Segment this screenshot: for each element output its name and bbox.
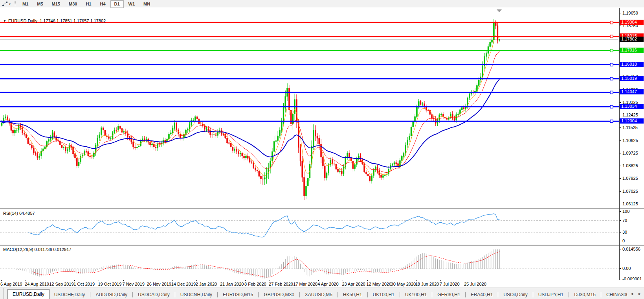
line-tool-button[interactable]: ▾ [0, 0, 12, 8]
tab-separator [175, 292, 175, 297]
tab-scroll-right-icon[interactable]: ► [638, 292, 642, 296]
toolbar-grip [15, 1, 16, 7]
tab-separator [498, 292, 498, 297]
date-axis-label: 21 Jan 2020 [221, 282, 245, 286]
tab-separator [367, 292, 368, 297]
timeframe-button-w1[interactable]: W1 [125, 0, 139, 8]
tab-separator [299, 292, 300, 297]
date-axis-label: 2 Jan 2020 [196, 282, 218, 286]
timeframe-button-h4[interactable]: H4 [96, 0, 109, 8]
tab-separator [338, 292, 338, 297]
timeframe-buttons: M1M5M15M30H1H4D1W1MN [18, 0, 154, 8]
date-axis-label: 14 Dec 2019 [172, 282, 196, 286]
tab-audusd-daily[interactable]: AUDUSD,Daily [91, 291, 132, 299]
tab-separator [601, 292, 601, 297]
hline-price-label: 1.16018 [620, 62, 644, 67]
date-axis-label: 25 Jul 2020 [465, 282, 487, 286]
hline-price-label: 1.17016 [620, 48, 644, 53]
date-axis-label: 19 Oct 2019 [99, 282, 122, 286]
tab-separator [90, 292, 90, 297]
date-axis-label: 8 Feb 2020 [245, 282, 267, 286]
timeframe-button-d1[interactable]: D1 [110, 0, 124, 8]
tab-uk100-h1[interactable]: UK100,H1 [368, 291, 399, 299]
date-axis-label: 4 Apr 2020 [318, 282, 339, 286]
date-axis-label: 24 Aug 2019 [26, 282, 50, 286]
chart-ohlc-values: 1.17746 1.17851 1.17657 1.17802 [40, 18, 106, 23]
hline-price-label: 1.12004 [620, 118, 644, 124]
tab-dj30-m15[interactable]: DJ30,M15 [569, 291, 600, 299]
chart-tabbar: EURUSD,DailyUSDCHF,DailyAUDUSD,DailyUSDC… [0, 288, 644, 299]
chart-tabs: EURUSD,DailyUSDCHF,DailyAUDUSD,DailyUSDC… [4, 288, 627, 299]
tab-ger30-h1[interactable]: GER30,H1 [433, 291, 465, 299]
tab-eurusd-daily[interactable]: EURUSD,Daily [7, 289, 50, 299]
current-price-label: 1.17802 [620, 37, 644, 42]
tab-usoil-daily[interactable]: USOil,Daily [499, 291, 532, 299]
tab-eurusd-m15[interactable]: EURUSD,M15 [218, 291, 258, 299]
timeframe-button-m5[interactable]: M5 [33, 0, 47, 8]
mt4-window: ▾ M1M5M15M30H1H4D1W1MN ▼EURUSD,Daily 1.1… [0, 0, 644, 299]
tab-separator [569, 292, 569, 297]
chart-ohlc-readout: ▼EURUSD,Daily 1.17746 1.17851 1.17657 1.… [3, 18, 106, 23]
tab-usdcad-daily[interactable]: USDCAD,Daily [133, 291, 174, 299]
timeframe-button-m1[interactable]: M1 [18, 0, 32, 8]
date-axis-label: 26 Nov 2019 [148, 282, 172, 286]
macd-panel-canvas[interactable] [0, 246, 644, 280]
date-axis-label: 12 May 2020 [367, 282, 393, 286]
tab-hk50-h1[interactable]: HK50,H1 [338, 291, 367, 299]
tab-gbpusd-m30[interactable]: GBPUSD,M30 [259, 291, 299, 299]
hline-price-label: 1.13034 [620, 104, 644, 109]
chart-symbol-period: EURUSD,Daily [8, 18, 37, 23]
tab-usdjpy-h1[interactable]: USDJPY,H1 [534, 291, 568, 299]
tab-separator [217, 292, 218, 297]
tab-usdchf-daily[interactable]: USDCHF,Daily [50, 291, 90, 299]
tab-separator [533, 292, 533, 297]
date-axis-label: 6 Aug 2019 [1, 282, 23, 286]
macd-label: MACD(12,26,9) 0.011736 0.012917 [3, 247, 71, 252]
date-axis-label: 1 Oct 2019 [74, 282, 95, 286]
date-axis-label: 18 Jun 2020 [416, 282, 440, 286]
timeframe-button-h1[interactable]: H1 [82, 0, 95, 8]
tab-uk100-h1[interactable]: UK100,H1 [400, 291, 431, 299]
tabbar-grip [0, 288, 4, 299]
hline-price-label: 1.15019 [620, 76, 644, 81]
chart-shift-marker-icon [497, 9, 502, 12]
main-chart-canvas[interactable] [0, 8, 644, 208]
date-axis-label: 30 May 2020 [392, 282, 417, 286]
tab-separator [132, 292, 133, 297]
timeframe-button-m15[interactable]: M15 [48, 0, 64, 8]
chevron-down-icon[interactable]: ▾ [9, 2, 11, 6]
date-axis: 6 Aug 201924 Aug 201912 Sep 20191 Oct 20… [0, 280, 644, 288]
chart-window: ▼EURUSD,Daily 1.17746 1.17851 1.17657 1.… [0, 8, 644, 288]
hline-price-label: 1.14047 [620, 89, 644, 94]
collapse-triangle-icon[interactable]: ▼ [3, 19, 6, 23]
timeframe-toolbar: ▾ M1M5M15M30H1H4D1W1MN [0, 0, 644, 8]
rsi-panel-canvas[interactable] [0, 210, 644, 244]
tab-scroll-left-icon[interactable]: ◄ [630, 292, 634, 296]
date-axis-label: 7 Jul 2020 [440, 282, 461, 286]
timeframe-button-mn[interactable]: MN [139, 0, 154, 8]
date-axis-label: 12 Sep 2019 [50, 282, 74, 286]
tab-separator [400, 292, 400, 297]
date-axis-label: 17 Mar 2020 [294, 282, 318, 286]
trendline-icon [2, 1, 8, 7]
rsi-label: RSI(14) 64.4857 [3, 211, 35, 216]
date-axis-label: 23 Apr 2020 [343, 282, 366, 286]
tab-xauusd-m5[interactable]: XAUUSD,M5 [300, 291, 337, 299]
timeframe-button-m30[interactable]: M30 [65, 0, 81, 8]
tab-fra40-h1[interactable]: FRA40,H1 [466, 291, 497, 299]
tab-separator [432, 292, 432, 297]
price-axis: 1.196501.187501.178501.169501.160501.151… [620, 8, 644, 288]
hline-price-label: 1.19004 [620, 20, 644, 25]
date-axis-label: 7 Nov 2019 [123, 282, 145, 286]
tab-separator [258, 292, 259, 297]
date-axis-label: 27 Feb 2020 [270, 282, 294, 286]
tab-usdcnh-daily[interactable]: USDCNH,Daily [176, 291, 217, 299]
tab-china300-h4[interactable]: CHINA300,H4 [602, 291, 627, 299]
tab-scroll-arrows: ◄ ► [627, 288, 644, 299]
tab-separator [465, 292, 466, 297]
